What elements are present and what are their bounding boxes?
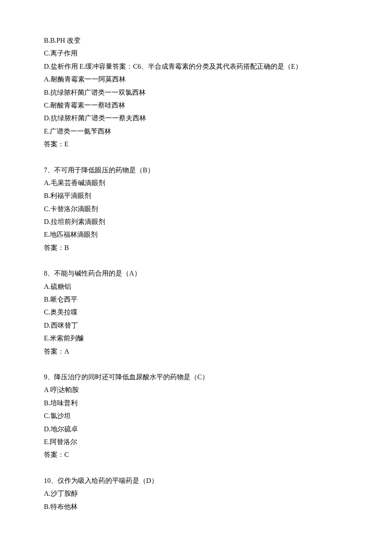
line: C.氯沙坦 bbox=[44, 410, 348, 422]
line: E.阿替洛尔 bbox=[44, 436, 348, 448]
line: A.耐酶青霉素一一阿莫西林 bbox=[44, 73, 348, 86]
line: E.广谱类一一氨苄西林 bbox=[44, 125, 348, 138]
line: 答案：A bbox=[44, 345, 348, 358]
line: E.米索前列醵 bbox=[44, 332, 348, 345]
line: B.抗绿脓杆菌广谱类一一双氯西林 bbox=[44, 86, 348, 99]
line: C.奥美拉喋 bbox=[44, 306, 348, 319]
line: A.硫糖铝 bbox=[44, 280, 348, 293]
line: B.B.PH 改变 bbox=[44, 34, 348, 47]
line: 答案：E bbox=[44, 138, 348, 151]
line: A.毛果芸香碱滴眼剂 bbox=[44, 177, 348, 189]
blank-line bbox=[44, 358, 348, 371]
blank-line bbox=[44, 462, 348, 474]
line: B.利福平滴眼剂 bbox=[44, 189, 348, 202]
line: 9、降压治疗的同时还可降低血尿酸水平的药物是（C） bbox=[44, 371, 348, 384]
line: A 哼|达帕胺 bbox=[44, 384, 348, 396]
line: D.抗绿脓杆菌广谱类一一蔡夫西林 bbox=[44, 112, 348, 125]
line: C.卡替洛尔滴眼剂 bbox=[44, 203, 348, 215]
document-page: B.B.PH 改变 C.离子作用 D.盐析作用 E.缓冲容量答案：C6、半合成青… bbox=[0, 0, 392, 539]
line: D.地尔硫卓 bbox=[44, 423, 348, 436]
line: E.地匹福林滴眼剂 bbox=[44, 228, 348, 241]
line: B.哌仑西平 bbox=[44, 293, 348, 306]
blank-line bbox=[44, 254, 348, 267]
line: A.沙丁胺醇 bbox=[44, 487, 348, 500]
line: 7、不可用于降低眼压的药物是（B） bbox=[44, 164, 348, 177]
line: 答案：C bbox=[44, 448, 348, 461]
line: B.培味普利 bbox=[44, 397, 348, 410]
blank-line bbox=[44, 151, 348, 164]
line: D.西咪替丁 bbox=[44, 319, 348, 332]
line: C.耐酸青霉素一一蔡哇西林 bbox=[44, 99, 348, 112]
line: 10、仅作为吸入给药的平喘药是（D） bbox=[44, 474, 348, 487]
line: B.特布他林 bbox=[44, 500, 348, 513]
line: 8、不能与碱性药合用的是（A） bbox=[44, 267, 348, 280]
line: 答案：B bbox=[44, 241, 348, 254]
line: C.离子作用 bbox=[44, 47, 348, 60]
line: D.盐析作用 E.缓冲容量答案：C6、半合成青霉素的分类及其代表药搭配正确的是（… bbox=[44, 60, 348, 73]
line: D.拉坦前列素滴眼剂 bbox=[44, 215, 348, 228]
